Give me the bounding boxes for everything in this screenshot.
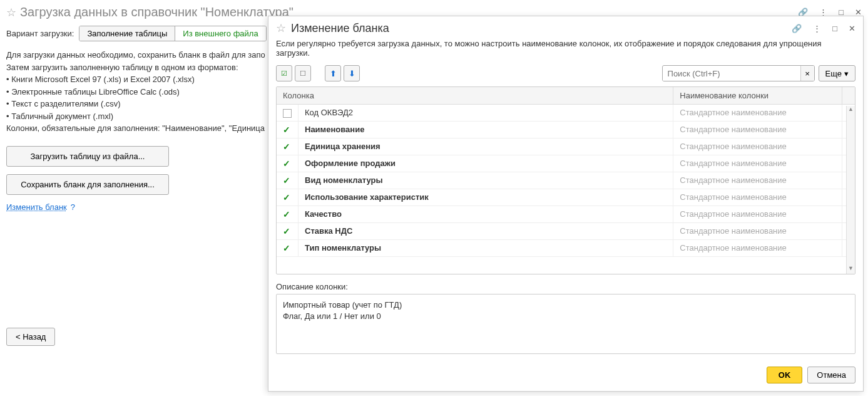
row-label-cell: Стандартное наименование — [673, 138, 842, 155]
row-check-cell[interactable]: ✓ — [277, 172, 299, 189]
row-check-cell[interactable]: ✓ — [277, 222, 299, 239]
check-icon: ✓ — [283, 243, 290, 253]
description-label: Описание колонки: — [276, 282, 855, 291]
column-header-label[interactable]: Наименование колонки — [673, 87, 842, 105]
check-icon: ✓ — [283, 192, 290, 202]
move-up-button[interactable]: ⬆ — [325, 65, 341, 81]
chevron-down-icon: ▾ — [844, 69, 849, 78]
table-row[interactable]: ✓Оформление продажиСтандартное наименова… — [277, 155, 855, 172]
dialog-title-wrap: ☆ Изменение бланка — [276, 21, 389, 35]
table-row[interactable]: ✓Единица храненияСтандартное наименовани… — [277, 138, 855, 155]
ok-button[interactable]: OK — [767, 367, 803, 383]
row-name-cell: Качество — [299, 206, 673, 222]
arrow-up-icon: ⬆ — [330, 69, 337, 78]
table-row[interactable]: ✓Вид номенклатурыСтандартное наименовани… — [277, 172, 855, 189]
table-row[interactable]: ✓НаименованиеСтандартное наименование — [277, 121, 855, 138]
check-all-icon: ☑ — [281, 70, 287, 78]
row-check-cell[interactable]: ✓ — [277, 189, 299, 206]
row-label-cell: Стандартное наименование — [673, 222, 842, 239]
table-row[interactable]: Код ОКВЭД2Стандартное наименование — [277, 105, 855, 122]
check-icon: ✓ — [283, 175, 290, 185]
check-icon: ✓ — [283, 142, 290, 152]
edit-blank-dialog: ☆ Изменение бланка 🔗 ⋮ □ ✕ Если регулярн… — [268, 16, 864, 392]
row-name-cell: Использование характеристик — [299, 189, 673, 206]
load-variant-tabs: Заполнение таблицы Из внешнего файла — [79, 26, 266, 41]
back-button[interactable]: < Назад — [6, 328, 55, 346]
row-check-cell[interactable]: ✓ — [277, 138, 299, 155]
row-name-cell: Тип номенклатуры — [299, 239, 673, 256]
kebab-icon[interactable]: ⋮ — [813, 24, 821, 33]
row-label-cell: Стандартное наименование — [673, 206, 842, 222]
row-check-cell[interactable]: ✓ — [277, 121, 299, 138]
page-title: Загрузка данных в справочник "Номенклату… — [20, 5, 294, 19]
link-icon[interactable]: 🔗 — [792, 24, 802, 33]
check-all-button[interactable]: ☑ — [276, 65, 292, 81]
row-name-cell: Ставка НДС — [299, 222, 673, 239]
row-check-cell[interactable] — [277, 105, 299, 122]
row-name-cell: Единица хранения — [299, 138, 673, 155]
toolbar-check-group: ☑ ☐ — [276, 65, 311, 81]
dialog-footer: OK Отмена — [268, 359, 863, 391]
uncheck-all-button[interactable]: ☐ — [295, 65, 311, 81]
row-label-cell: Стандартное наименование — [673, 172, 842, 189]
table-row[interactable]: ✓Ставка НДССтандартное наименование — [277, 222, 855, 239]
columns-table-wrap: Колонка Наименование колонки Код ОКВЭД2С… — [276, 86, 855, 274]
more-label: Еще — [825, 69, 842, 78]
check-icon: ✓ — [283, 159, 290, 169]
columns-table: Колонка Наименование колонки Код ОКВЭД2С… — [277, 87, 855, 257]
dialog-toolbar: ☑ ☐ ⬆ ⬇ × Еще ▾ — [268, 63, 863, 86]
dialog-title: Изменение бланка — [291, 22, 389, 35]
help-icon[interactable]: ? — [71, 202, 75, 212]
row-name-cell: Наименование — [299, 121, 673, 138]
tab-fill-table[interactable]: Заполнение таблицы — [79, 26, 175, 41]
favorite-icon[interactable]: ☆ — [276, 21, 286, 35]
save-blank-button[interactable]: Сохранить бланк для заполнения... — [6, 174, 169, 195]
row-check-cell[interactable]: ✓ — [277, 155, 299, 172]
column-header-name[interactable]: Колонка — [277, 87, 673, 105]
row-label-cell: Стандартное наименование — [673, 155, 842, 172]
arrow-down-icon: ⬇ — [349, 69, 355, 78]
checkbox-empty-icon — [283, 109, 292, 118]
check-icon: ✓ — [283, 125, 290, 135]
favorite-icon[interactable]: ☆ — [6, 6, 16, 19]
row-name-cell: Вид номенклатуры — [299, 172, 673, 189]
row-name-cell: Код ОКВЭД2 — [299, 105, 673, 122]
tab-from-file[interactable]: Из внешнего файла — [175, 26, 265, 41]
close-icon[interactable]: ✕ — [849, 24, 855, 33]
row-check-cell[interactable]: ✓ — [277, 239, 299, 256]
cancel-button[interactable]: Отмена — [807, 367, 855, 383]
dialog-subtitle: Если регулярно требуется загрузка данных… — [268, 39, 863, 63]
check-icon: ✓ — [283, 209, 290, 219]
maximize-icon[interactable]: □ — [832, 24, 837, 33]
scroll-up-icon[interactable]: ▲ — [847, 106, 855, 115]
uncheck-all-icon: ☐ — [300, 70, 306, 78]
row-label-cell: Стандартное наименование — [673, 121, 842, 138]
load-from-file-button[interactable]: Загрузить таблицу из файла... — [6, 146, 169, 167]
move-down-button[interactable]: ⬇ — [344, 65, 360, 81]
scroll-down-icon[interactable]: ▼ — [847, 265, 855, 274]
table-header-row: Колонка Наименование колонки — [277, 87, 855, 105]
scrollbar[interactable]: ▲ ▼ — [846, 106, 855, 274]
edit-blank-link[interactable]: Изменить бланк — [6, 202, 67, 212]
table-row[interactable]: ✓Тип номенклатурыСтандартное наименовани… — [277, 239, 855, 256]
more-button[interactable]: Еще ▾ — [819, 65, 855, 81]
main-title-wrap: ☆ Загрузка данных в справочник "Номенкла… — [6, 5, 294, 19]
table-row[interactable]: ✓Использование характеристикСтандартное … — [277, 189, 855, 206]
row-check-cell[interactable]: ✓ — [277, 206, 299, 222]
row-label-cell: Стандартное наименование — [673, 239, 842, 256]
check-icon: ✓ — [283, 226, 290, 236]
row-label-cell: Стандартное наименование — [673, 189, 842, 206]
table-row[interactable]: ✓КачествоСтандартное наименование — [277, 206, 855, 222]
search-input[interactable] — [663, 66, 800, 81]
dialog-window-controls: 🔗 ⋮ □ ✕ — [792, 24, 855, 33]
dialog-header: ☆ Изменение бланка 🔗 ⋮ □ ✕ — [268, 16, 863, 39]
search-clear-button[interactable]: × — [800, 66, 814, 81]
description-box[interactable]: Импортный товар (учет по ГТД) Флаг, Да и… — [276, 294, 855, 354]
variant-label: Вариант загрузки: — [6, 29, 74, 38]
search-wrap: × — [662, 65, 815, 81]
row-name-cell: Оформление продажи — [299, 155, 673, 172]
scrollbar-header — [842, 87, 855, 105]
row-label-cell: Стандартное наименование — [673, 105, 842, 122]
toolbar-move-group: ⬆ ⬇ — [325, 65, 360, 81]
